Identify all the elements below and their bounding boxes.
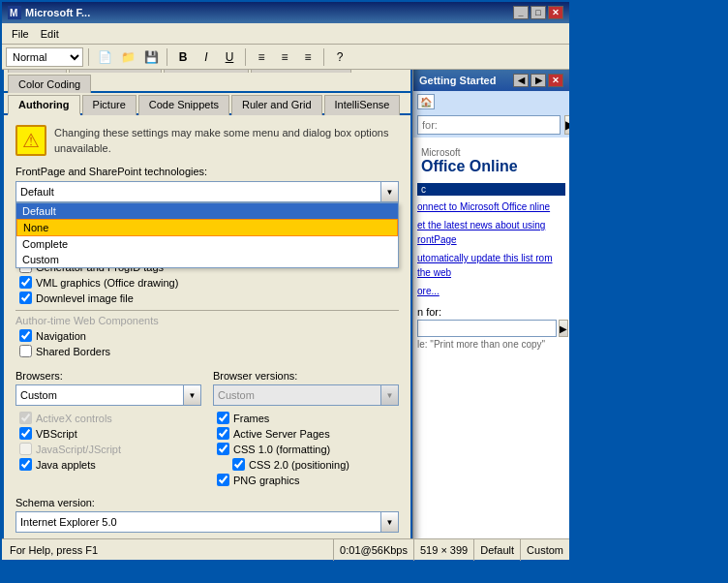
tab-autothumbnail[interactable]: AutoThumbnail [69,70,162,73]
status-mode: Default [473,539,520,561]
right-panel-nav: 🏠 [413,91,569,112]
tab-code-snippets[interactable]: Code Snippets [138,95,229,115]
minimize-button[interactable]: _ [513,6,529,19]
link-news-text[interactable]: et the latest news about using rontPage [417,220,545,245]
dropdown-option-complete[interactable]: Complete [16,236,398,252]
browsers-row: Browsers: Custom ▼ [15,370,399,489]
dropdown-option-default[interactable]: Default [16,203,398,219]
checkbox-vbscript[interactable] [19,427,32,440]
dialog-content: ⚠ Changing these settings may make some … [4,115,410,538]
menu-edit[interactable]: Edit [35,26,65,42]
style-dropdown[interactable]: Normal [6,47,83,67]
technology-dropdown-wrapper: Default ▼ Default None Complete Custom [15,181,399,202]
right-panel-forward[interactable]: ▶ [531,74,546,87]
right-panel-close[interactable]: ✕ [548,74,563,87]
cb-activex-row: ActiveX controls [15,412,201,424]
toolbar-separator [88,48,89,66]
tab-default-fonts[interactable]: Default Fonts [164,70,248,73]
search-button[interactable]: ▶ [564,115,569,135]
browsers-dropdown-wrapper: Custom ▼ [15,384,201,406]
toolbar-btn-3[interactable]: 💾 [140,47,162,67]
menu-file[interactable]: File [6,26,35,42]
toolbar-btn-italic[interactable]: I [196,47,217,67]
link-more-text[interactable]: ore... [417,286,440,296]
tab-intellisense[interactable]: IntelliSense [324,95,401,115]
app-window: M Microsoft F... _ □ ✕ File Edit Normal … [0,0,571,562]
right-panel-title: Getting Started [419,75,496,86]
maximize-button[interactable]: □ [531,6,546,19]
technology-dropdown-arrow[interactable]: ▼ [380,182,398,201]
toolbar-separator-4 [323,48,324,66]
app-window-controls: _ □ ✕ [513,6,563,19]
checkbox-javascript[interactable] [19,443,32,455]
browser-versions-dropdown[interactable]: Custom ▼ [213,384,399,406]
toolbar-btn-align-left[interactable]: ≡ [251,47,272,67]
tab-ruler-and-grid[interactable]: Ruler and Grid [231,95,322,115]
search-input[interactable] [417,115,561,135]
dialog-overlay: Page Options ? ✕ General AutoThumbnail D… [2,70,412,538]
section-label: FrontPage and SharePoint technologies: [15,166,399,177]
link-connect-text[interactable]: onnect to Microsoft Office nline [417,201,550,212]
schema-dropdown[interactable]: Internet Explorer 5.0 ▼ [15,511,399,533]
dialog-tabs-row2: Authoring Picture Code Snippets Ruler an… [4,93,410,115]
toolbar-btn-align-center[interactable]: ≡ [274,47,295,67]
checkbox-css2-label: CSS 2.0 (positioning) [249,459,349,471]
checkbox-png[interactable] [217,474,229,486]
toolbar-separator-2 [167,48,167,66]
checkbox-css1[interactable] [217,443,229,455]
checkbox-activex[interactable] [19,412,32,424]
checkbox-java[interactable] [19,458,32,471]
tab-color-coding[interactable]: Color Coding [8,75,91,93]
checkbox-downlevel-label: Downlevel image file [36,292,134,304]
page-options-dialog: Page Options ? ✕ General AutoThumbnail D… [2,70,412,538]
svg-text:M: M [10,8,17,18]
browsers-dropdown[interactable]: Custom ▼ [15,384,201,406]
status-right: 0:01@56Kbps 519 × 399 Default Custom [333,539,569,561]
checkbox-css2[interactable] [232,458,245,471]
dropdown-option-custom[interactable]: Custom [16,252,398,267]
schema-dropdown-arrow[interactable]: ▼ [380,512,398,532]
link-more: ore... [417,284,565,298]
tab-general[interactable]: General [8,70,67,73]
cb-java-row: Java applets [15,458,201,471]
toolbar-separator-3 [245,48,246,66]
tab-code-formatting[interactable]: Code Formatting [251,70,351,73]
warning-icon: ⚠ [15,125,46,156]
toolbar-btn-help[interactable]: ? [329,47,350,67]
tab-authoring[interactable]: Authoring [8,95,80,115]
search-section-label: n for: [417,306,441,318]
checkbox-downlevel[interactable] [19,292,32,304]
app-icon: M [8,6,21,19]
link-update-text[interactable]: utomatically update this list rom the we… [417,253,553,278]
toolbar-btn-bold[interactable]: B [172,47,194,67]
right-panel-back[interactable]: ◀ [513,74,529,87]
right-panel-controls: ◀ ▶ ✕ [513,74,563,87]
cb-asp-row: Active Server Pages [213,427,399,440]
right-panel-header: Getting Started ◀ ▶ ✕ [413,70,569,91]
close-button[interactable]: ✕ [548,6,563,19]
technology-dropdown-list[interactable]: Default None Complete Custom [15,202,399,268]
home-button[interactable]: 🏠 [417,94,435,109]
tab-picture[interactable]: Picture [82,95,136,115]
dropdown-option-none[interactable]: None [16,219,398,236]
versions-col: Browser versions: Custom ▼ [213,370,399,489]
checkbox-navigation[interactable] [19,329,32,342]
technology-dropdown[interactable]: Default ▼ [15,181,399,202]
browsers-dropdown-arrow[interactable]: ▼ [183,385,200,405]
checkbox-frames[interactable] [217,412,229,424]
checkbox-row-nav: Navigation [15,329,399,342]
cb-vbscript-row: VBScript [15,427,201,440]
browser-versions-value: Custom [214,389,380,401]
main-search-button[interactable]: ▶ [559,320,568,337]
checkbox-asp[interactable] [217,427,229,440]
toolbar-btn-1[interactable]: 📄 [94,47,115,67]
toolbar-btn-align-right[interactable]: ≡ [297,47,318,67]
checkbox-shared-borders[interactable] [19,345,32,357]
checkbox-vml[interactable] [19,276,32,289]
main-search-input[interactable] [417,320,557,337]
checkbox-shared-label: Shared Borders [36,346,110,357]
toolbar-btn-2[interactable]: 📁 [117,47,138,67]
search-section: n for: [417,306,565,318]
toolbar-btn-underline[interactable]: U [219,47,240,67]
browser-versions-arrow[interactable]: ▼ [380,385,398,405]
